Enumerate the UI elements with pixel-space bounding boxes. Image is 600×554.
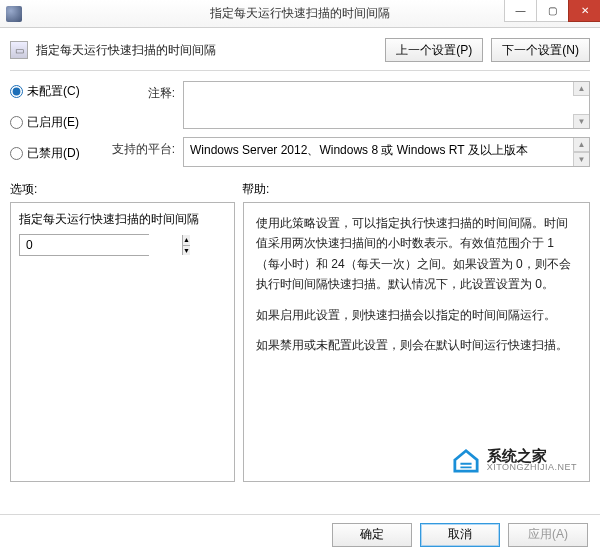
policy-name: 指定每天运行快速扫描的时间间隔 (36, 42, 377, 59)
watermark-cn: 系统之家 (487, 448, 577, 463)
spinner-down-button[interactable]: ▼ (183, 246, 190, 256)
radio-enabled[interactable]: 已启用(E) (10, 114, 100, 131)
ok-button[interactable]: 确定 (332, 523, 412, 547)
maximize-button[interactable]: ▢ (536, 0, 568, 22)
app-icon (6, 6, 22, 22)
interval-input[interactable] (20, 235, 182, 255)
interval-spinner[interactable]: ▲ ▼ (19, 234, 149, 256)
watermark-text: 系统之家 XITONGZHIJIA.NET (487, 448, 577, 472)
config-area: 未配置(C) 已启用(E) 已禁用(D) 注释: ▲ ▼ 支持的平台 (10, 81, 590, 167)
watermark: 系统之家 XITONGZHIJIA.NET (451, 447, 577, 473)
section-labels: 选项: 帮助: (10, 181, 590, 198)
watermark-en: XITONGZHIJIA.NET (487, 463, 577, 472)
close-button[interactable]: ✕ (568, 0, 600, 22)
policy-header: ▭ 指定每天运行快速扫描的时间间隔 上一个设置(P) 下一个设置(N) (10, 34, 590, 71)
spinner-up-button[interactable]: ▲ (183, 235, 190, 246)
platform-row: 支持的平台: Windows Server 2012、Windows 8 或 W… (110, 137, 590, 167)
radio-enabled-label: 已启用(E) (27, 114, 79, 131)
radio-not-configured-input[interactable] (10, 85, 23, 98)
scroll-up-icon[interactable]: ▲ (573, 138, 589, 152)
help-label: 帮助: (242, 181, 590, 198)
dialog-footer: 确定 取消 应用(A) (0, 514, 600, 554)
title-bar: 指定每天运行快速扫描的时间间隔 — ▢ ✕ (0, 0, 600, 28)
comment-textbox[interactable]: ▲ ▼ (183, 81, 590, 129)
policy-icon: ▭ (10, 41, 28, 59)
radio-disabled-input[interactable] (10, 147, 23, 160)
spinner-buttons: ▲ ▼ (182, 235, 190, 255)
option-title: 指定每天运行快速扫描的时间间隔 (19, 211, 226, 228)
radio-not-configured-label: 未配置(C) (27, 83, 80, 100)
comment-row: 注释: ▲ ▼ (110, 81, 590, 129)
window-controls: — ▢ ✕ (504, 0, 600, 22)
radio-enabled-input[interactable] (10, 116, 23, 129)
platform-value: Windows Server 2012、Windows 8 或 Windows … (190, 143, 528, 157)
state-radio-group: 未配置(C) 已启用(E) 已禁用(D) (10, 81, 100, 167)
options-label: 选项: (10, 181, 242, 198)
comment-label: 注释: (110, 81, 175, 102)
scroll-up-icon[interactable]: ▲ (573, 82, 589, 96)
scroll-down-icon[interactable]: ▼ (573, 152, 589, 166)
options-pane: 指定每天运行快速扫描的时间间隔 ▲ ▼ (10, 202, 235, 482)
platform-textbox: Windows Server 2012、Windows 8 或 Windows … (183, 137, 590, 167)
minimize-button[interactable]: — (504, 0, 536, 22)
help-paragraph-1: 使用此策略设置，可以指定执行快速扫描的时间间隔。时间值采用两次快速扫描间的小时数… (256, 213, 577, 295)
help-pane: 使用此策略设置，可以指定执行快速扫描的时间间隔。时间值采用两次快速扫描间的小时数… (243, 202, 590, 482)
scroll-down-icon[interactable]: ▼ (573, 114, 589, 128)
radio-disabled[interactable]: 已禁用(D) (10, 145, 100, 162)
next-setting-button[interactable]: 下一个设置(N) (491, 38, 590, 62)
watermark-logo-icon (451, 447, 481, 473)
help-paragraph-2: 如果启用此设置，则快速扫描会以指定的时间间隔运行。 (256, 305, 577, 325)
prev-setting-button[interactable]: 上一个设置(P) (385, 38, 483, 62)
cancel-button[interactable]: 取消 (420, 523, 500, 547)
radio-not-configured[interactable]: 未配置(C) (10, 83, 100, 100)
panes: 指定每天运行快速扫描的时间间隔 ▲ ▼ 使用此策略设置，可以指定执行快速扫描的时… (10, 202, 590, 482)
apply-button[interactable]: 应用(A) (508, 523, 588, 547)
platform-label: 支持的平台: (110, 137, 175, 158)
fields-column: 注释: ▲ ▼ 支持的平台: Windows Server 2012、Windo… (110, 81, 590, 167)
help-paragraph-3: 如果禁用或未配置此设置，则会在默认时间运行快速扫描。 (256, 335, 577, 355)
radio-disabled-label: 已禁用(D) (27, 145, 80, 162)
